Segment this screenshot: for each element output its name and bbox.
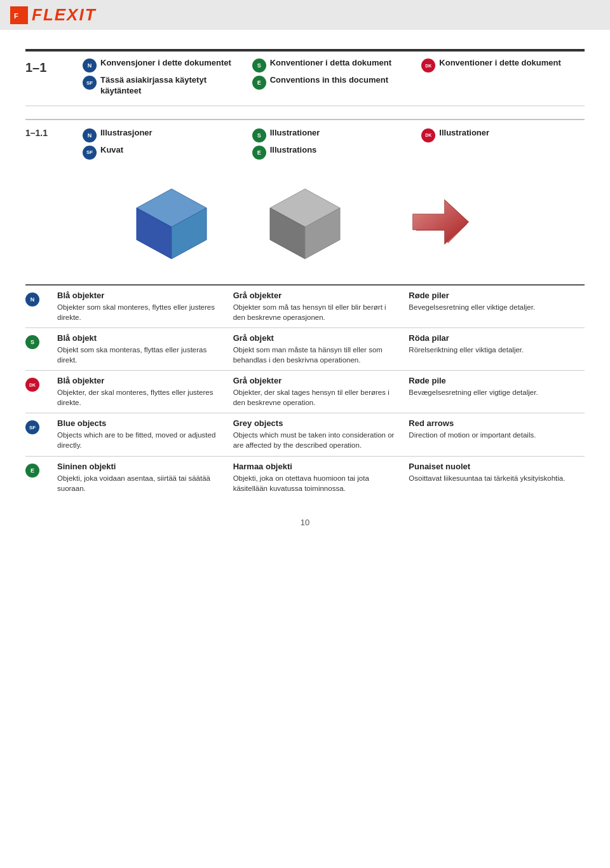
row-e-col1-text: Objekti, joka voidaan asentaa, siirtää t… bbox=[57, 473, 220, 493]
row-dk-col1: Blå objekter Objekter, der skal monteres… bbox=[57, 376, 233, 408]
blue-cube-container bbox=[130, 183, 213, 265]
row-e-col2-title: Harmaa objekti bbox=[233, 462, 396, 471]
sub-badge-s: S bbox=[252, 128, 266, 142]
row-sf-col1-text: Objects which are to be fitted, moved or… bbox=[57, 430, 220, 450]
row-dk-col2: Grå objekter Objekter, der skal tages he… bbox=[233, 376, 409, 408]
row-s-col3: Röda pilar Rörelseriktning eller viktiga… bbox=[409, 333, 585, 365]
svg-text:F: F bbox=[14, 12, 19, 20]
row-n-col1-text: Objekter som skal monteres, flyttes elle… bbox=[57, 302, 220, 322]
row-s-col3-title: Röda pilar bbox=[409, 333, 585, 343]
row-s-col2-text: Objekt som man måste ta hänsyn till elle… bbox=[233, 345, 396, 365]
row-s-col1-text: Objekt som ska monteras, flyttas eller j… bbox=[57, 345, 220, 365]
header: F FLEXIT bbox=[0, 0, 610, 30]
badge-s: S bbox=[252, 59, 266, 72]
row-dk-col1-title: Blå objekter bbox=[57, 376, 220, 385]
row-s-col2-title: Grå objekt bbox=[233, 333, 396, 343]
sub-badge-e: E bbox=[252, 146, 266, 160]
lang-entry-dk: DK Konventioner i dette dokument bbox=[421, 58, 578, 72]
row-n-col3-title: Røde piler bbox=[409, 291, 585, 300]
row-n-col1: Blå objekter Objekter som skal monteres,… bbox=[57, 291, 233, 322]
title-e: Conventions in this document bbox=[270, 75, 388, 86]
row-s-col3-text: Rörelseriktning eller viktiga detaljer. bbox=[409, 345, 585, 355]
lang-title-sf: Tässä asiakirjassa käytetyt käytänteet bbox=[100, 75, 240, 97]
row-s-col1: Blå objekt Objekt som ska monteras, flyt… bbox=[57, 333, 233, 365]
sub-title-sf: Kuvat bbox=[100, 145, 123, 156]
lang-row-sf: SF Blue objects Objects which are to be … bbox=[25, 413, 585, 455]
sub-col-3: DK Illustrationer bbox=[415, 128, 585, 162]
row-sf-col3-title: Red arrows bbox=[409, 418, 585, 428]
logo-text: FLEXIT bbox=[32, 5, 97, 25]
badge-sf: SF bbox=[83, 76, 97, 90]
row-dk-col3: Røde pile Bevægelsesretning eller vigtig… bbox=[409, 376, 585, 408]
section-col-2: S Konventioner i detta dokument E Conven… bbox=[246, 58, 416, 92]
sub-title-e: Illustrations bbox=[270, 145, 317, 156]
logo-icon: F bbox=[13, 9, 25, 22]
row-sf-col2: Grey objects Objects which must be taken… bbox=[233, 418, 409, 450]
sub-lang-entry-n: N Illustrasjoner bbox=[83, 128, 240, 142]
row-sf-col3-text: Direction of motion or important details… bbox=[409, 430, 585, 440]
row-sf-col2-text: Objects which must be taken into conside… bbox=[233, 430, 396, 450]
title-s: Konventioner i detta dokument bbox=[270, 58, 391, 69]
title-n: Konvensjoner i dette dokumentet bbox=[100, 58, 231, 69]
row-n-col2: Grå objekter Objekter som må tas hensyn … bbox=[233, 291, 409, 322]
lang-title-n: Konvensjoner i dette dokumentet bbox=[100, 58, 231, 69]
row-e-col1-title: Sininen objekti bbox=[57, 462, 220, 471]
badge-col-s: S bbox=[25, 333, 57, 365]
row-sf-col3: Red arrows Direction of motion or import… bbox=[409, 418, 585, 450]
badge-col-e-obj: E bbox=[25, 462, 57, 493]
row-badge-n: N bbox=[25, 293, 39, 307]
red-arrow-container bbox=[397, 183, 480, 265]
section-1-1: 1–1 N Konvensjoner i dette dokumentet SF… bbox=[25, 50, 585, 106]
sub-title-dk: Illustrationer bbox=[439, 128, 489, 139]
section-number: 1–1 bbox=[25, 58, 76, 75]
grey-cube-svg bbox=[264, 183, 346, 265]
page-number: 10 bbox=[25, 518, 585, 527]
logo-box: F bbox=[10, 6, 28, 24]
sub-badge-n: N bbox=[83, 128, 97, 142]
row-badge-e: E bbox=[25, 464, 39, 478]
row-dk-col3-text: Bevægelsesretning eller vigtige detaljer… bbox=[409, 387, 585, 397]
lang-entry-s: S Konventioner i detta dokument bbox=[252, 58, 409, 72]
row-dk-col1-text: Objekter, der skal monteres, flyttes ell… bbox=[57, 387, 220, 408]
row-dk-col2-text: Objekter, der skal tages hensyn til elle… bbox=[233, 387, 396, 408]
row-badge-sf: SF bbox=[25, 420, 39, 434]
row-n-col2-title: Grå objekter bbox=[233, 291, 396, 300]
badge-col-sf-obj: SF bbox=[25, 418, 57, 450]
row-e-col1: Sininen objekti Objekti, joka voidaan as… bbox=[57, 462, 233, 493]
svg-marker-11 bbox=[413, 200, 468, 244]
row-e-col3: Punaiset nuolet Osoittavat liikesuuntaa … bbox=[409, 462, 585, 493]
sub-col-2: S Illustrationer E Illustrations bbox=[246, 128, 416, 162]
sub-number: 1–1.1 bbox=[25, 128, 76, 162]
row-e-col2: Harmaa objekti Objekti, joka on otettava… bbox=[233, 462, 409, 493]
lang-title-e: Conventions in this document bbox=[270, 75, 388, 86]
lang-title-s: Konventioner i detta dokument bbox=[270, 58, 391, 69]
lang-row-e: E Sininen objekti Objekti, joka voidaan … bbox=[25, 456, 585, 499]
badge-col-n: N bbox=[25, 291, 57, 322]
row-n-col2-text: Objekter som må tas hensyn til eller bli… bbox=[233, 302, 396, 322]
row-badge-s: S bbox=[25, 335, 39, 349]
title-dk: Konventioner i dette dokument bbox=[439, 58, 560, 69]
badge-dk: DK bbox=[421, 59, 435, 72]
lang-entry-n: N Konvensjoner i dette dokumentet bbox=[83, 58, 240, 72]
row-dk-col3-title: Røde pile bbox=[409, 376, 585, 385]
sub-title-s: Illustrationer bbox=[270, 128, 320, 139]
badge-n: N bbox=[83, 59, 97, 72]
row-sf-col1-title: Blue objects bbox=[57, 418, 220, 428]
sub-title-n: Illustrasjoner bbox=[100, 128, 152, 139]
badge-e: E bbox=[252, 76, 266, 90]
cubes-row bbox=[25, 183, 585, 265]
grey-cube-container bbox=[264, 183, 346, 265]
section-col-1: N Konvensjoner i dette dokumentet SF Täs… bbox=[76, 58, 246, 99]
row-n-col3-text: Bevegelsesretning eller viktige detaljer… bbox=[409, 302, 585, 312]
title-sf: Tässä asiakirjassa käytetyt käytänteet bbox=[100, 75, 240, 97]
lang-entry-sf: SF Tässä asiakirjassa käytetyt käytäntee… bbox=[83, 75, 240, 97]
sub-badge-sf: SF bbox=[83, 146, 97, 160]
row-s-col1-title: Blå objekt bbox=[57, 333, 220, 343]
sub-lang-entry-s: S Illustrationer bbox=[252, 128, 409, 142]
row-n-col1-title: Blå objekter bbox=[57, 291, 220, 300]
lang-row-dk: DK Blå objekter Objekter, der skal monte… bbox=[25, 370, 585, 413]
object-descriptions: N Blå objekter Objekter som skal montere… bbox=[25, 284, 585, 499]
section-col-3: DK Konventioner i dette dokument bbox=[415, 58, 585, 75]
sub-col-1: N Illustrasjoner SF Kuvat bbox=[76, 128, 246, 162]
row-s-col2: Grå objekt Objekt som man måste ta hänsy… bbox=[233, 333, 409, 365]
